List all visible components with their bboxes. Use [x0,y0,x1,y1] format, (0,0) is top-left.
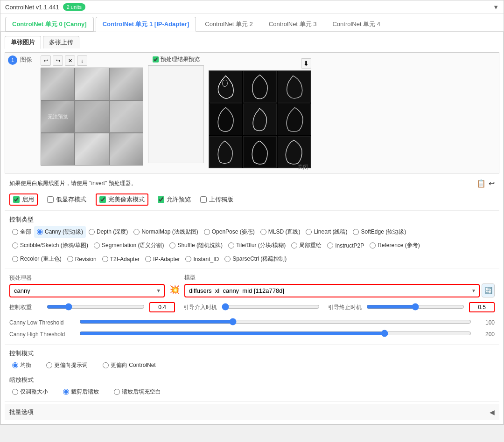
preview-canvas[interactable] [148,65,204,163]
control-mode-label: 控制模式 [9,347,495,359]
radio-segmentation[interactable]: Segmentation (语义分割) [91,240,167,251]
radio-t2i[interactable]: T2I-Adapter [99,253,142,265]
resize-mode-label: 缩放模式 [9,374,495,385]
download-btn[interactable]: ⬇ [301,58,311,69]
mode-balanced[interactable]: 均衡 [9,359,34,371]
radio-depth[interactable]: Depth (深度) [86,226,131,238]
dark-cell-1 [209,71,242,103]
grid-cell-8 [75,133,108,165]
preview-btn[interactable]: ↓ [77,55,87,66]
radio-normalmap[interactable]: NormalMap (法线贴图) [131,226,201,238]
main-tabs: ControlNet 单元 0 [Canny] ControlNet 单元 1 … [0,14,504,32]
canny-low-slider[interactable] [79,318,471,325]
subtab-multi[interactable]: 多张上传 [43,36,79,48]
subtabs: 单张图片 多张上传 [5,36,499,52]
control-weight-slider[interactable] [47,303,145,311]
grid-cell-4: 无法预览 [41,101,74,132]
radio-inpaint[interactable]: 局部重绘 [288,240,324,251]
close-btn[interactable]: 关闭 [294,162,311,172]
radio-mlsd[interactable]: MLSD (直线) [258,226,303,238]
fire-icon: 💥 [169,284,180,295]
right-image-preview: ⬇ [209,55,311,170]
canny-high-slider[interactable] [79,330,471,337]
radio-ip2p[interactable]: InstructP2P [324,240,367,251]
radio-tile[interactable]: Tile/Blur (分块/模糊) [225,240,288,251]
canny-high-label: Canny High Threshold [9,331,75,338]
low-vram-checkbox[interactable]: 低显存模式 [47,195,86,204]
subtab-single[interactable]: 单张图片 [5,36,41,49]
undo-btn[interactable]: ↩ [41,55,51,66]
previews-wrapper: ↩ ↪ ✕ ↓ 无法预览 [41,55,496,170]
radio-revision[interactable]: Revision [64,253,99,265]
control-mode-section: 控制模式 均衡 更偏向提示词 更偏向 ControlNet [5,346,499,373]
dark-cell-3 [278,71,311,103]
radio-softedge[interactable]: SoftEdge (软边缘) [350,226,409,238]
dark-cell-2 [243,71,276,103]
tab-canny[interactable]: ControlNet 单元 0 [Canny] [5,17,94,32]
grid-cell-5 [75,101,108,132]
dark-cell-8 [243,136,276,168]
preprocessor-label: 预处理器 [9,274,165,282]
image-area: 1 图像 ↩ ↪ ✕ ↓ [5,52,499,173]
grid-cell-1 [41,68,74,100]
radio-recolor[interactable]: Recolor (重上色) [9,253,64,265]
radio-all[interactable]: 全部 [9,226,34,238]
batch-arrow-icon: ◀ [490,408,495,416]
radio-instant-id[interactable]: Instant_ID [182,253,222,265]
dark-cell-4 [209,104,242,135]
upload-number: 1 [8,55,17,65]
grid-cell-7 [41,133,74,165]
batch-label: 批量选项 [9,408,490,416]
guidance-start-slider[interactable] [222,303,320,311]
allow-preview-checkbox[interactable]: 允许预览 [158,195,191,204]
radio-lineart[interactable]: Lineart (线稿) [303,226,350,238]
radio-canny[interactable]: Canny (硬边缘) [34,226,86,238]
guidance-end-value[interactable] [469,302,495,312]
preview-checkbox[interactable] [153,56,159,62]
upload-independent-checkbox[interactable]: 上传獨版 [200,195,233,204]
preview-tools: ↩ ↪ ✕ ↓ [41,55,143,66]
radio-scribble[interactable]: Scribble/Sketch (涂鸦/草图) [9,240,91,251]
grid-cell-9 [110,133,143,165]
clear-btn[interactable]: ✕ [65,55,75,66]
processed-image-grid [209,70,311,168]
resize-resize[interactable]: 仅调整大小 [9,386,51,398]
guidance-end-label: 引导终止时机 [324,304,362,311]
radio-ip-adapter[interactable]: IP-Adapter [142,253,182,265]
preprocessor-select-wrapper: canny none invert ▼ [9,284,165,297]
enable-checkbox[interactable]: 启用 [9,193,38,206]
source-image-grid[interactable]: 无法预览 [41,68,143,166]
radio-shuffle[interactable]: Shuffle (随机洗牌) [167,240,225,251]
tab-unit2[interactable]: ControlNet 单元 2 [198,17,260,31]
collapse-icon[interactable]: ▼ [493,4,499,11]
grid-cell-3 [110,68,143,100]
tab-ip-adapter[interactable]: ControlNet 单元 1 [IP-Adapter] [96,17,196,32]
header: ControlNet v1.1.441 2 units ▼ [0,0,504,14]
batch-section[interactable]: 批量选项 ◀ [5,404,499,420]
canny-low-label: Canny Low Threshold [9,319,75,326]
mode-prompt[interactable]: 更偏向提示词 [43,359,91,371]
radio-sparse[interactable]: SparseCtrl (稀疏控制) [222,253,289,265]
grid-cell-2 [75,68,108,100]
upload-label: 图像 [20,55,32,64]
warning-text: 如果使用白底黑线图片，请使用 "invert" 预处理器。 📋 ↩ [5,176,499,191]
refresh-model-btn[interactable]: 🔄 [482,283,495,297]
model-select[interactable]: diffusers_xl_canny_mid [112a778d] [184,284,480,297]
dark-cell-6 [278,104,311,135]
redo-btn[interactable]: ↪ [53,55,63,66]
tab-unit4[interactable]: ControlNet 单元 4 [325,17,387,31]
resize-fill[interactable]: 缩放后填充空白 [111,386,164,398]
radio-openpose[interactable]: OpenPose (姿态) [201,226,258,238]
resize-crop[interactable]: 裁剪后缩放 [60,386,102,398]
radio-reference[interactable]: Reference (参考) [367,240,423,251]
mode-controlnet[interactable]: 更偏向 ControlNet [100,359,159,371]
preprocessor-select[interactable]: canny none invert [9,284,165,297]
left-image-preview[interactable]: ↩ ↪ ✕ ↓ 无法预览 [41,55,143,166]
perfect-pixel-checkbox[interactable]: 完美像素模式 [96,193,148,206]
tab-unit3[interactable]: ControlNet 单元 3 [262,17,324,31]
copy-icon[interactable]: 📋 [476,179,486,188]
control-weight-label: 控制权重 [9,304,42,311]
control-weight-value[interactable] [149,302,175,312]
guidance-end-slider[interactable] [366,303,464,311]
back-icon[interactable]: ↩ [489,179,495,188]
